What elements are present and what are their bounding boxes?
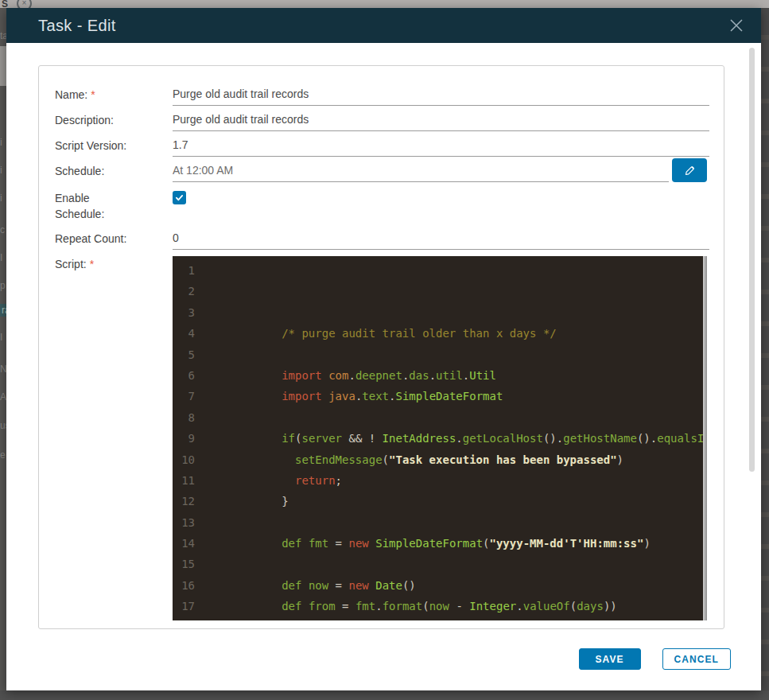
code-text: setEndMessage("Task execution has been b… xyxy=(201,449,707,470)
line-number: 7 xyxy=(173,386,195,406)
code-text: import java.text.SimpleDateFormat xyxy=(201,386,707,406)
form-row-name: Name:* xyxy=(55,87,709,106)
line-number: 12 xyxy=(173,491,195,511)
code-line: 12 } xyxy=(173,491,707,511)
code-text xyxy=(201,407,707,428)
script-label: Script:* xyxy=(55,256,173,620)
close-icon[interactable] xyxy=(729,18,744,33)
modal-scrollbar-thumb[interactable] xyxy=(749,48,755,472)
name-label: Name:* xyxy=(55,87,173,106)
code-text: def now = new Date() xyxy=(201,575,707,596)
backdrop-text-fragment: i xyxy=(0,165,2,176)
line-number: 2 xyxy=(173,281,195,301)
required-asterisk: * xyxy=(90,258,94,270)
backdrop-text-fragment: i xyxy=(0,192,2,204)
modal-title: Task - Edit xyxy=(38,17,116,35)
backdrop-text-fragment: e xyxy=(0,449,6,461)
code-text xyxy=(201,302,707,323)
modal-header: Task - Edit xyxy=(6,8,761,43)
backdrop-text-fragment: ra xyxy=(0,304,6,317)
code-text xyxy=(201,260,707,281)
backdrop-text-fragment: ta xyxy=(0,30,6,41)
backdrop-text-fragment: us xyxy=(0,420,6,431)
line-number: 17 xyxy=(173,596,195,616)
line-number: 15 xyxy=(173,554,195,574)
task-edit-modal: Task - Edit Name:* Description: Script V… xyxy=(6,8,761,690)
edit-schedule-button[interactable] xyxy=(672,158,707,182)
script-version-label: Script Version: xyxy=(55,138,173,157)
description-label: Description: xyxy=(55,112,173,131)
line-number: 10 xyxy=(173,449,195,470)
code-line: 14 def fmt = new SimpleDateFormat("yyyy-… xyxy=(173,533,707,554)
backdrop-text-fragment: A xyxy=(0,391,6,402)
code-text: def from = fmt.format(now - Integer.valu… xyxy=(201,596,707,616)
check-icon xyxy=(175,193,184,202)
code-text: import com.deepnet.das.util.Util xyxy=(201,365,707,386)
backdrop-text-fragment: S xyxy=(2,0,8,8)
code-line: 1 xyxy=(173,260,707,281)
backdrop-text-fragment: I xyxy=(0,252,2,263)
enable-schedule-label: Enable Schedule: xyxy=(55,190,173,222)
backdrop-left-strip: taiiicIpraINAuse xyxy=(0,8,6,690)
code-text xyxy=(201,554,707,574)
pencil-icon xyxy=(683,164,697,177)
code-text xyxy=(201,344,707,365)
code-line: 2 xyxy=(173,281,707,301)
code-text: } xyxy=(201,491,707,511)
code-line: 10 setEndMessage("Task execution has bee… xyxy=(173,449,707,470)
form-card: Name:* Description: Script Version: Sche… xyxy=(38,65,724,629)
code-text xyxy=(201,281,707,301)
form-row-repeat-count: Repeat Count: xyxy=(55,231,709,250)
script-editor[interactable]: 1234 /* purge audit trail older than x d… xyxy=(173,256,707,620)
code-line: 6 import com.deepnet.das.util.Util xyxy=(173,365,707,386)
description-input[interactable] xyxy=(173,113,709,131)
line-number: 1 xyxy=(173,260,195,281)
schedule-label: Schedule: xyxy=(55,163,173,182)
line-number: 16 xyxy=(173,575,195,596)
modal-body: Name:* Description: Script Version: Sche… xyxy=(6,43,761,690)
code-line: 11 return; xyxy=(173,470,707,491)
code-line: 9 if(server && ! InetAddress.getLocalHos… xyxy=(173,428,707,449)
code-line: 16 def now = new Date() xyxy=(173,575,707,596)
line-number: 9 xyxy=(173,428,195,449)
code-line: 5 xyxy=(173,344,707,365)
repeat-count-input[interactable] xyxy=(173,231,709,250)
code-line: 13 xyxy=(173,512,707,533)
backdrop-lightbox xyxy=(0,46,6,86)
line-number: 11 xyxy=(173,470,195,491)
backdrop-text-fragment: i xyxy=(0,137,2,148)
code-text: if(server && ! InetAddress.getLocalHost(… xyxy=(201,428,707,449)
form-row-enable-schedule: Enable Schedule: xyxy=(55,190,709,222)
code-line: 8 xyxy=(173,407,707,428)
repeat-count-label: Repeat Count: xyxy=(55,231,173,250)
schedule-input[interactable] xyxy=(173,164,669,182)
required-asterisk: * xyxy=(91,88,95,101)
backdrop-bottom-strip xyxy=(0,690,769,700)
code-text: def fmt = new SimpleDateFormat("yyyy-MM-… xyxy=(201,533,707,554)
backdrop-right-strip xyxy=(761,8,769,690)
line-number: 4 xyxy=(173,323,195,344)
backdrop-text-fragment: N xyxy=(0,364,6,375)
line-number: 13 xyxy=(173,512,195,533)
line-number: 5 xyxy=(173,344,195,365)
script-version-input[interactable] xyxy=(173,138,709,157)
backdrop-text-fragment: c xyxy=(0,224,5,235)
form-row-script-version: Script Version: xyxy=(55,138,709,157)
code-text: /* purge audit trail older than x days *… xyxy=(201,323,707,344)
name-input[interactable] xyxy=(173,88,709,106)
backdrop-text-fragment: I xyxy=(0,332,2,343)
save-button[interactable]: SAVE xyxy=(579,648,641,670)
line-number: 8 xyxy=(173,407,195,428)
form-row-description: Description: xyxy=(55,112,709,131)
form-row-script: Script:* 1234 /* purge audit trail older… xyxy=(55,256,709,620)
cancel-button[interactable]: CANCEL xyxy=(662,648,731,670)
modal-footer: SAVE CANCEL xyxy=(579,648,731,670)
code-line: 17 def from = fmt.format(now - Integer.v… xyxy=(173,596,707,616)
code-line: 15 xyxy=(173,554,707,574)
enable-schedule-checkbox[interactable] xyxy=(173,191,186,204)
code-text: return; xyxy=(201,470,707,491)
editor-scrollbar[interactable] xyxy=(703,256,707,620)
line-number: 6 xyxy=(173,365,195,386)
code-text xyxy=(201,512,707,533)
circle-x-icon: × xyxy=(17,0,32,8)
